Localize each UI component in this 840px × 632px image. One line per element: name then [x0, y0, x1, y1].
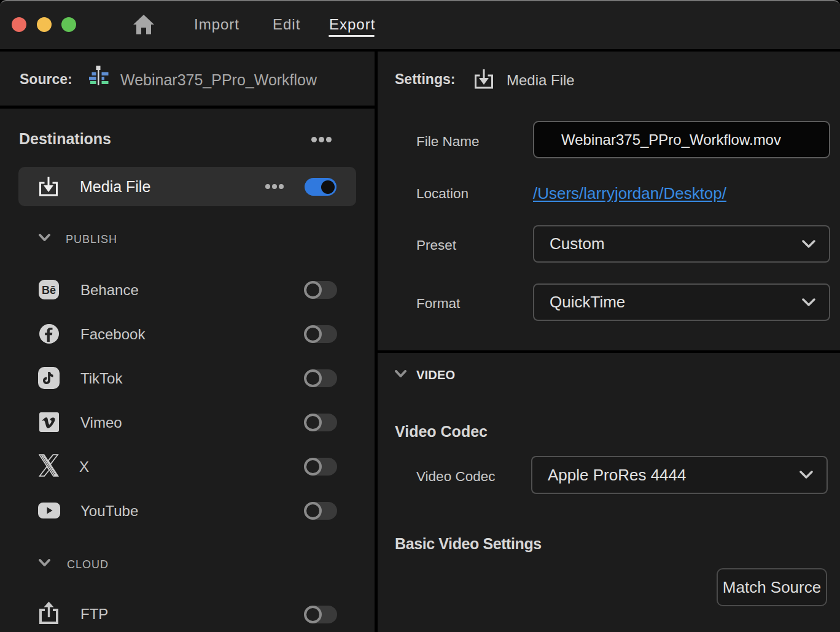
svg-text:Bē: Bē [42, 284, 56, 296]
